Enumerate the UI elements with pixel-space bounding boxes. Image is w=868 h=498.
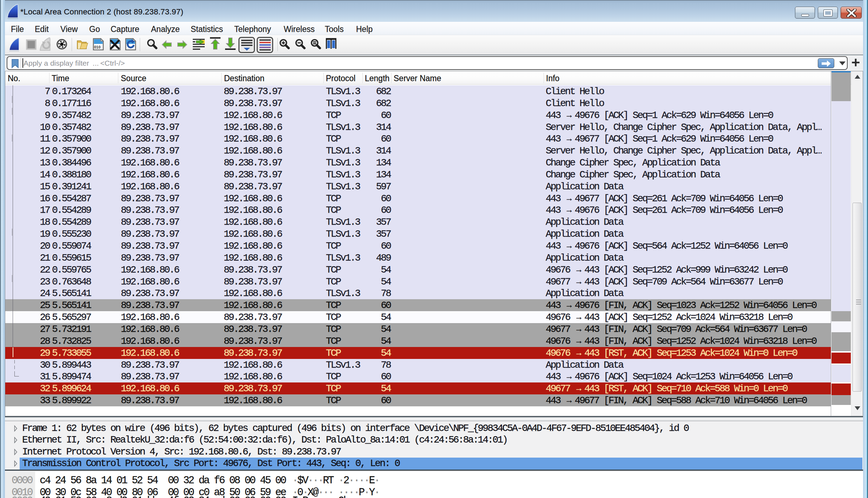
svg-text:010: 010 [94, 45, 100, 49]
